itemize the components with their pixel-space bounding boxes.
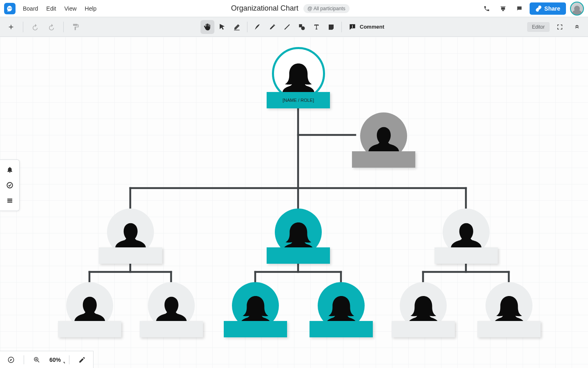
editor-badge[interactable]: Editor [527,22,550,32]
collapse-button[interactable] [570,20,584,34]
zoom-button[interactable] [30,353,44,367]
left-tray [0,159,20,211]
org-node-c2-label [267,247,330,264]
org-node-c3-label [434,247,498,264]
select-tool[interactable] [215,20,229,34]
canvas[interactable]: [NAME / ROLE] [0,37,588,368]
share-button-label: Share [544,5,560,12]
note-tool[interactable] [324,20,338,34]
org-node-c1a-label [58,321,121,337]
org-node-c1a[interactable] [58,282,121,337]
org-node-root[interactable]: [NAME / ROLE] [267,47,330,108]
org-node-c1[interactable] [99,209,162,264]
org-node-c2a[interactable] [224,282,287,337]
org-node-c3b-label [477,321,541,337]
user-avatar[interactable] [570,2,584,16]
navigator-button[interactable] [4,353,18,367]
menu-board[interactable]: Board [20,3,41,14]
redo-button[interactable] [45,20,58,34]
line-tool[interactable] [280,20,294,34]
org-node-c3a-label [392,321,455,337]
org-node-c2[interactable] [267,209,330,264]
separator [69,355,69,364]
comment-button-label: Comment [360,24,384,30]
zoom-level[interactable]: 60% [47,357,63,363]
comment-icon [348,23,356,31]
link-icon [535,5,542,12]
menu-help[interactable]: Help [82,3,100,14]
app-logo[interactable] [4,3,16,14]
org-node-c2a-label [224,321,287,337]
org-node-c3[interactable] [434,209,498,264]
org-node-assistant[interactable] [352,112,415,168]
menu-edit[interactable]: Edit [43,3,59,14]
add-button[interactable] [4,20,18,34]
org-node-assistant-label [352,151,415,168]
share-button[interactable]: Share [530,2,566,15]
format-painter-button[interactable] [69,20,82,34]
participants-pill[interactable]: @ All participants [303,4,350,13]
org-node-c1b[interactable] [140,282,203,337]
separator [24,355,24,364]
present-icon[interactable] [497,2,509,15]
org-node-c3b[interactable] [477,282,541,337]
chat-icon[interactable] [513,2,526,15]
shape-tool[interactable] [295,20,309,34]
text-tool[interactable] [310,20,323,34]
svg-line-0 [285,25,290,29]
separator [23,22,23,32]
bottom-bar: 60% [0,351,94,368]
comment-button[interactable]: Comment [345,20,388,34]
org-node-c2b[interactable] [310,282,373,337]
separator [63,22,64,32]
svg-line-24 [38,361,39,362]
svg-rect-1 [299,24,302,27]
separator [247,22,247,32]
call-icon[interactable] [481,2,493,15]
org-node-root-label: [NAME / ROLE] [267,92,330,108]
marker-tool[interactable] [265,20,279,34]
pen-tool[interactable] [251,20,265,34]
menubar: Board Edit View Help Organizational Char… [0,0,588,17]
document-title[interactable]: Organizational Chart [231,4,298,13]
hand-tool[interactable] [200,20,214,34]
org-node-c1-label [99,247,162,264]
separator [341,22,342,32]
svg-point-2 [301,26,305,30]
fullscreen-button[interactable] [553,20,567,34]
org-node-c3a[interactable] [392,282,455,337]
menu-view[interactable]: View [61,3,80,14]
toolbar: Comment Editor [0,17,588,37]
org-node-c2b-label [310,321,373,337]
list-button[interactable] [2,193,17,208]
eraser-tool[interactable] [230,20,244,34]
undo-button[interactable] [28,20,42,34]
edit-mode-button[interactable] [75,353,89,367]
tasks-button[interactable] [2,178,17,193]
org-node-c1b-label [140,321,203,337]
notifications-button[interactable] [2,162,17,177]
